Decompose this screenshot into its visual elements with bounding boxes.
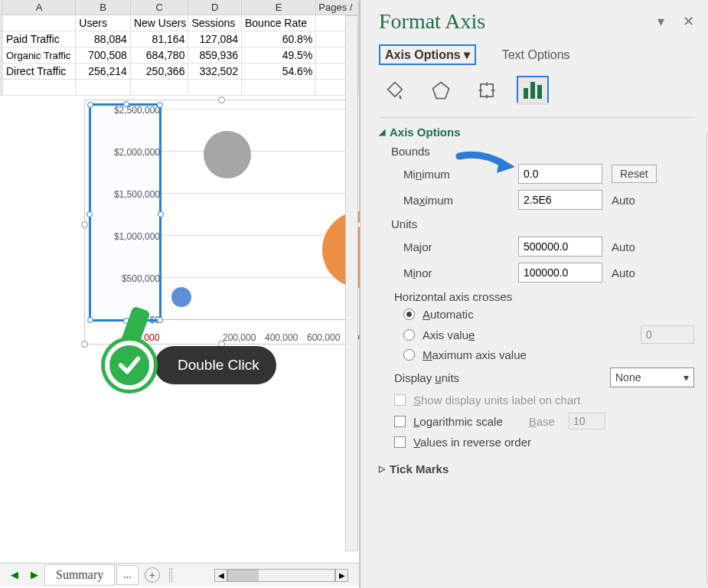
- subhead-units: Units: [391, 217, 694, 230]
- subhead-bounds: Bounds: [391, 145, 694, 158]
- section-tick-marks[interactable]: ▷ Tick Marks: [379, 462, 694, 475]
- section-axis-options[interactable]: ◢ Axis Options: [379, 126, 694, 139]
- auto-label: Auto: [612, 194, 635, 207]
- cell[interactable]: 127,084: [188, 31, 242, 47]
- input-base: [569, 413, 605, 430]
- auto-label: Auto: [612, 266, 635, 279]
- col-header-b[interactable]: B: [76, 0, 131, 15]
- format-axis-panel: Format Axis ▾ ✕ Axis Options▾ Text Optio…: [360, 0, 708, 588]
- reset-button[interactable]: Reset: [612, 165, 657, 183]
- auto-label: Auto: [612, 240, 635, 253]
- fill-icon[interactable]: [379, 76, 411, 105]
- cell[interactable]: Users: [76, 15, 131, 31]
- sheet-tab-summary[interactable]: Summary: [44, 564, 115, 586]
- checkbox-log[interactable]: [394, 416, 406, 427]
- checkbox-show-du: [394, 394, 406, 406]
- col-header-a[interactable]: A: [3, 0, 76, 15]
- radio-max-axis-value[interactable]: Maximum axis value: [403, 348, 694, 361]
- bubble-paid[interactable]: [171, 287, 191, 307]
- cell[interactable]: 332,502: [188, 64, 242, 79]
- label-minor: Minor: [403, 266, 518, 279]
- checkmark-icon: [105, 341, 154, 390]
- col-header-c[interactable]: C: [131, 0, 189, 15]
- close-panel-icon[interactable]: ✕: [683, 13, 694, 30]
- radio-icon: [403, 309, 415, 320]
- sheet-tabs: ◀ ▶ Summary ... + ◀ ▶: [0, 563, 359, 586]
- callout-label: Double Click: [155, 346, 276, 384]
- svg-rect-38: [530, 82, 535, 99]
- cell[interactable]: [3, 15, 76, 31]
- cell[interactable]: Direct Traffic: [3, 64, 76, 79]
- column-headers: A B C D E Pages /: [0, 0, 359, 15]
- label-maximum: Maximum: [403, 194, 518, 207]
- cell[interactable]: 60.8%: [242, 31, 316, 47]
- cell[interactable]: 88,084: [76, 31, 131, 47]
- scroll-right-icon[interactable]: ▶: [335, 569, 348, 582]
- tab-text-options[interactable]: Text Options: [502, 44, 570, 65]
- tab-nav-prev-icon[interactable]: ◀: [8, 568, 21, 582]
- svg-rect-37: [524, 88, 528, 99]
- y-axis-selection[interactable]: [89, 103, 162, 322]
- input-minimum[interactable]: [518, 164, 602, 184]
- svg-rect-39: [537, 85, 542, 99]
- cell[interactable]: Paid Traffic: [3, 31, 76, 47]
- checkbox-reverse[interactable]: [394, 436, 406, 448]
- cell[interactable]: Bounce Rate: [242, 15, 316, 31]
- radio-icon: [403, 329, 415, 341]
- col-header-d[interactable]: D: [188, 0, 242, 15]
- cell[interactable]: 81,164: [131, 31, 189, 47]
- cell[interactable]: 256,214: [76, 64, 131, 79]
- radio-icon: [403, 349, 415, 361]
- horizontal-scrollbar[interactable]: ◀ ▶: [214, 568, 348, 582]
- label-reverse: Values in reverse order: [413, 436, 531, 449]
- double-click-callout: Double Click: [84, 322, 291, 390]
- embedded-chart[interactable]: $2,500,000 $2,000,000 $1,500,000 $1,000,…: [84, 100, 358, 345]
- vertical-scrollbar[interactable]: [345, 15, 358, 551]
- input-minor[interactable]: [518, 263, 602, 283]
- label-show-du: Show display units label on chart: [413, 394, 580, 407]
- effects-icon[interactable]: [425, 76, 457, 105]
- cell[interactable]: 684,780: [131, 47, 189, 63]
- cell[interactable]: New Users: [131, 15, 189, 31]
- axis-options-icon[interactable]: [517, 76, 549, 105]
- label-log: Logarithmic scale: [413, 415, 503, 428]
- x-tick: 600,000: [307, 332, 340, 343]
- add-sheet-button[interactable]: +: [145, 567, 160, 583]
- spreadsheet-area: A B C D E Pages / Users New Users Sessio…: [0, 0, 360, 588]
- sheet-tab-more[interactable]: ...: [116, 565, 139, 585]
- cell[interactable]: Organic Traffic: [3, 47, 76, 63]
- tab-axis-options[interactable]: Axis Options▾: [379, 44, 476, 65]
- label-major: Major: [403, 240, 518, 253]
- label-base: Base: [529, 415, 555, 428]
- panel-title: Format Axis: [379, 9, 485, 34]
- expand-icon: ▷: [379, 464, 385, 474]
- cell[interactable]: 700,508: [76, 47, 131, 63]
- input-major[interactable]: [518, 237, 602, 256]
- bubble-direct[interactable]: [204, 131, 251, 178]
- grid-rows: Users New Users Sessions Bounce Rate Pai…: [0, 15, 359, 96]
- chevron-down-icon: ▾: [464, 47, 470, 62]
- col-header-f[interactable]: Pages /: [316, 0, 359, 15]
- arrow-annotation-icon: [455, 150, 517, 176]
- cell[interactable]: 54.6%: [242, 64, 316, 79]
- collapse-icon: ◢: [379, 127, 385, 137]
- scroll-left-icon[interactable]: ◀: [214, 569, 227, 582]
- subhead-hax-crosses: Horizontal axis crosses: [394, 290, 694, 303]
- input-maximum[interactable]: [518, 190, 602, 210]
- size-icon[interactable]: [471, 76, 503, 105]
- cell[interactable]: 49.5%: [242, 47, 316, 63]
- svg-marker-35: [433, 83, 449, 99]
- chevron-down-icon: ▾: [684, 371, 689, 384]
- panel-menu-icon[interactable]: ▾: [657, 13, 664, 30]
- select-display-units[interactable]: None▾: [610, 368, 694, 387]
- cell[interactable]: 859,936: [188, 47, 242, 63]
- radio-axis-value[interactable]: Axis value: [403, 325, 694, 344]
- radio-automatic[interactable]: Automatic: [403, 308, 694, 321]
- input-axis-value[interactable]: [641, 325, 694, 344]
- cell[interactable]: Sessions: [188, 15, 242, 31]
- svg-rect-36: [481, 84, 493, 96]
- tab-nav-next-icon[interactable]: ▶: [28, 568, 41, 582]
- svg-marker-40: [497, 158, 515, 173]
- cell[interactable]: 250,366: [131, 64, 189, 79]
- col-header-e[interactable]: E: [242, 0, 316, 15]
